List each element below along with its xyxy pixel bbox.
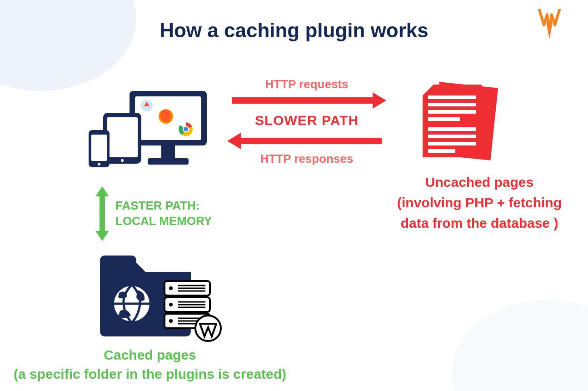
svg-rect-27: [428, 110, 476, 114]
wp-rocket-logo-icon: [538, 9, 561, 42]
svg-marker-33: [95, 186, 109, 196]
svg-marker-21: [227, 133, 241, 149]
uncached-sub: (involving PHP + fetching data from the …: [382, 192, 577, 233]
svg-rect-31: [428, 142, 476, 145]
svg-rect-2: [161, 145, 175, 158]
svg-rect-26: [428, 103, 476, 106]
cached-caption: Cached pages (a specific folder in the p…: [5, 346, 295, 384]
svg-point-42: [169, 286, 173, 290]
svg-point-12: [146, 106, 147, 107]
svg-marker-35: [95, 231, 109, 241]
background-blob-top-left: [0, 0, 136, 91]
uncached-pages-icon: [418, 82, 513, 170]
cached-sub: (a specific folder in the plugins is cre…: [5, 365, 295, 384]
svg-rect-8: [91, 135, 107, 161]
faster-path-line1: FASTER PATH:: [115, 198, 212, 214]
svg-rect-32: [428, 149, 455, 153]
arrow-left-icon: [227, 132, 386, 150]
svg-rect-34: [100, 196, 105, 232]
double-arrow-vertical-icon: [95, 186, 109, 241]
svg-rect-5: [107, 117, 138, 157]
svg-rect-30: [428, 135, 476, 138]
svg-rect-36: [100, 256, 136, 266]
devices-browsers-icon: [80, 87, 211, 180]
faster-path-text: FASTER PATH: LOCAL MEMORY: [115, 198, 212, 229]
http-requests-label: HTTP requests: [265, 77, 348, 91]
faster-path-block: FASTER PATH: LOCAL MEMORY: [95, 186, 212, 241]
http-responses-label: HTTP responses: [260, 152, 354, 166]
http-responses-label-row: HTTP responses: [227, 132, 386, 166]
svg-rect-25: [428, 95, 476, 99]
uncached-caption: Uncached pages (involving PHP + fetching…: [382, 172, 577, 233]
svg-point-9: [98, 163, 100, 165]
uncached-heading: Uncached pages: [382, 172, 577, 192]
slower-path-label: SLOWER PATH: [255, 113, 359, 128]
background-blob-bottom-right: [452, 300, 588, 391]
cache-folder-icon: [95, 249, 227, 346]
svg-rect-29: [428, 127, 476, 131]
svg-point-6: [121, 159, 124, 162]
svg-point-44: [169, 319, 173, 323]
svg-marker-19: [373, 92, 386, 109]
svg-point-43: [169, 303, 173, 306]
diagram-title: How a caching plugin works: [0, 19, 588, 42]
svg-point-17: [184, 127, 188, 131]
cached-heading: Cached pages: [5, 346, 295, 365]
arrow-right-icon: [227, 91, 386, 110]
faster-path-line2: LOCAL MEMORY: [115, 214, 212, 229]
slower-path-label-row: SLOWER PATH: [227, 113, 386, 128]
svg-rect-3: [148, 158, 189, 165]
svg-rect-28: [428, 117, 460, 121]
http-requests-label-row: HTTP requests: [227, 77, 386, 110]
